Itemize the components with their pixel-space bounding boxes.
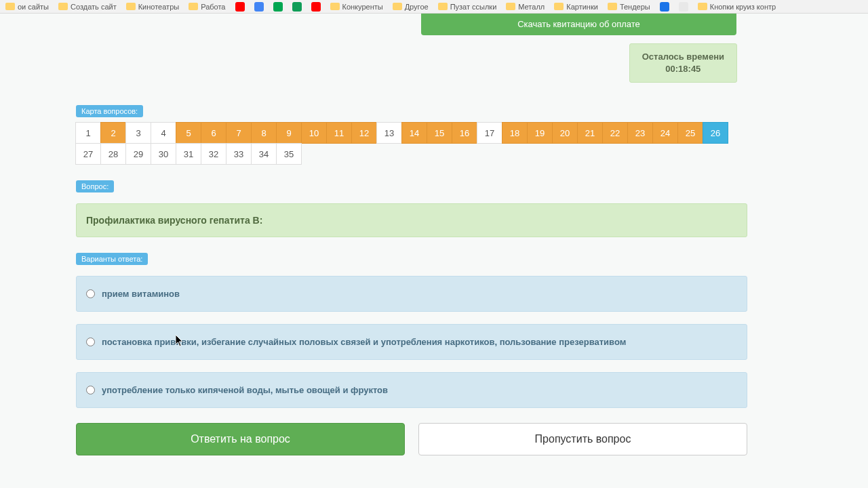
question-cell-29[interactable]: 29 — [125, 143, 151, 165]
question-cell-6[interactable]: 6 — [201, 122, 226, 144]
folder-icon — [554, 3, 564, 10]
bookmark-label: ои сайты — [18, 3, 49, 11]
timer-value: 00:18:45 — [642, 63, 724, 75]
question-cell-20[interactable]: 20 — [552, 122, 578, 144]
folder-icon — [126, 3, 136, 10]
timer-title: Осталось времени — [642, 51, 724, 63]
question-cell-21[interactable]: 21 — [577, 122, 603, 144]
question-cell-30[interactable]: 30 — [151, 143, 176, 165]
answer-text: употребление только кипяченой воды, мыть… — [102, 385, 388, 395]
page: Скачать квитанцию об оплате Осталось вре… — [0, 14, 868, 455]
bookmark-label: Создать сайт — [71, 3, 117, 11]
question-cell-16[interactable]: 16 — [452, 122, 477, 144]
bookmark-label: Картинки — [566, 3, 598, 11]
question-text: Профилактика вирусного гепатита В: — [76, 203, 747, 237]
folder-icon — [608, 3, 617, 10]
bookmark-item[interactable] — [292, 2, 302, 12]
bookmark-item[interactable] — [660, 2, 669, 12]
question-cell-9[interactable]: 9 — [276, 122, 302, 144]
folder-icon — [189, 3, 198, 10]
bookmark-item[interactable]: Кнопки круиз контр — [698, 3, 776, 11]
answer-option-2[interactable]: постановка прививки, избегание случайных… — [76, 324, 747, 360]
question-cell-11[interactable]: 11 — [326, 122, 352, 144]
favicon-icon — [679, 2, 688, 12]
folder-icon — [698, 3, 707, 10]
bookmark-item[interactable]: Металл — [506, 3, 545, 11]
download-receipt-button[interactable]: Скачать квитанцию об оплате — [421, 14, 736, 35]
question-cell-33[interactable]: 33 — [226, 143, 252, 165]
answer-text: постановка прививки, избегание случайных… — [102, 337, 626, 347]
question-cell-10[interactable]: 10 — [301, 122, 327, 144]
bookmark-label: Другое — [405, 3, 429, 11]
answers-label: Варианты ответа: — [76, 253, 148, 265]
timer-box: Осталось времени 00:18:45 — [629, 43, 737, 83]
question-cell-24[interactable]: 24 — [652, 122, 678, 144]
question-cell-31[interactable]: 31 — [176, 143, 201, 165]
bookmark-item[interactable]: Другое — [393, 3, 429, 11]
bookmark-item[interactable]: ои сайты — [5, 3, 49, 11]
skip-button[interactable]: Пропустить вопрос — [418, 423, 747, 455]
question-cell-26[interactable]: 26 — [703, 122, 728, 144]
bookmarks-bar: ои сайтыСоздать сайтКинотеатрыРаботаКонк… — [0, 0, 868, 14]
question-cell-18[interactable]: 18 — [502, 122, 528, 144]
favicon-icon — [235, 2, 245, 12]
answer-text: прием витаминов — [102, 289, 180, 299]
folder-icon — [58, 3, 68, 10]
answer-radio[interactable] — [86, 289, 95, 298]
question-cell-23[interactable]: 23 — [627, 122, 653, 144]
bookmark-item[interactable] — [254, 2, 264, 12]
question-cell-27[interactable]: 27 — [75, 143, 101, 165]
bookmark-label: Тендеры — [620, 3, 650, 11]
answer-option-3[interactable]: употребление только кипяченой воды, мыть… — [76, 372, 747, 408]
question-cell-1[interactable]: 1 — [75, 122, 101, 144]
question-cell-28[interactable]: 28 — [100, 143, 126, 165]
question-cell-32[interactable]: 32 — [201, 143, 226, 165]
answer-radio[interactable] — [86, 386, 95, 394]
answer-option-1[interactable]: прием витаминов — [76, 276, 747, 312]
question-cell-25[interactable]: 25 — [677, 122, 703, 144]
bookmark-label: Металл — [518, 3, 545, 11]
question-cell-19[interactable]: 19 — [527, 122, 553, 144]
bookmark-item[interactable] — [273, 2, 283, 12]
favicon-icon — [311, 2, 321, 12]
question-cell-17[interactable]: 17 — [477, 122, 502, 144]
bookmark-item[interactable]: Кинотеатры — [126, 3, 179, 11]
bookmark-item[interactable] — [235, 2, 245, 12]
question-cell-2[interactable]: 2 — [100, 122, 126, 144]
bookmark-item[interactable]: Работа — [189, 3, 225, 11]
bookmark-item[interactable]: Картинки — [554, 3, 598, 11]
bookmark-item[interactable] — [311, 2, 321, 12]
bookmark-label: Пузат ссылки — [450, 3, 497, 11]
question-map-label: Карта вопросов: — [76, 105, 143, 117]
folder-icon — [438, 3, 448, 10]
question-cell-35[interactable]: 35 — [276, 143, 302, 165]
question-cell-15[interactable]: 15 — [427, 122, 452, 144]
question-cell-8[interactable]: 8 — [251, 122, 277, 144]
bookmark-item[interactable]: Конкуренты — [330, 3, 383, 11]
question-cell-4[interactable]: 4 — [151, 122, 176, 144]
folder-icon — [330, 3, 340, 10]
bookmark-label: Кинотеатры — [138, 3, 179, 11]
question-cell-12[interactable]: 12 — [351, 122, 377, 144]
bookmark-item[interactable]: Пузат ссылки — [438, 3, 497, 11]
favicon-icon — [292, 2, 302, 12]
question-cell-5[interactable]: 5 — [176, 122, 201, 144]
bookmark-item[interactable]: Тендеры — [608, 3, 650, 11]
question-cell-7[interactable]: 7 — [226, 122, 252, 144]
folder-icon — [393, 3, 402, 10]
favicon-icon — [660, 2, 669, 12]
question-cell-14[interactable]: 14 — [401, 122, 427, 144]
question-cell-22[interactable]: 22 — [602, 122, 628, 144]
answers-list: прием витаминовпостановка прививки, избе… — [76, 276, 747, 408]
question-cell-3[interactable]: 3 — [125, 122, 151, 144]
folder-icon — [506, 3, 515, 10]
question-cell-13[interactable]: 13 — [376, 122, 402, 144]
question-cell-34[interactable]: 34 — [251, 143, 277, 165]
answer-button[interactable]: Ответить на вопрос — [76, 423, 405, 455]
answer-radio[interactable] — [86, 338, 95, 346]
favicon-icon — [273, 2, 283, 12]
bookmark-label: Конкуренты — [342, 3, 383, 11]
bookmark-item[interactable]: Создать сайт — [58, 3, 117, 11]
bookmark-item[interactable] — [679, 2, 688, 12]
favicon-icon — [254, 2, 264, 12]
